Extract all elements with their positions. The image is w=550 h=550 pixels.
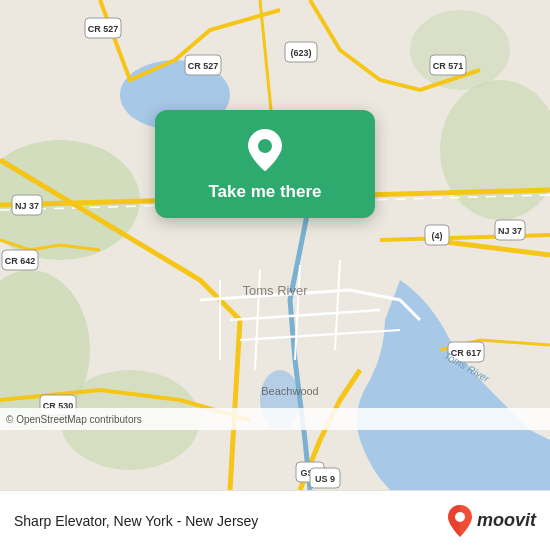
svg-text:(623): (623) (290, 48, 311, 58)
svg-text:NJ 37: NJ 37 (498, 226, 522, 236)
attribution-text: © OpenStreetMap contributors (6, 414, 142, 425)
svg-text:CR 527: CR 527 (188, 61, 219, 71)
bottom-bar: Sharp Elevator, New York - New Jersey mo… (0, 490, 550, 550)
svg-text:Beachwood: Beachwood (261, 385, 319, 397)
svg-text:Toms River: Toms River (242, 283, 308, 298)
svg-text:(4): (4) (432, 231, 443, 241)
svg-text:NJ 37: NJ 37 (15, 201, 39, 211)
svg-point-37 (455, 512, 465, 522)
location-title: Sharp Elevator, New York - New Jersey (14, 513, 258, 529)
location-pin-icon (243, 128, 287, 172)
map-container: CR 527 CR 527 CR 571 NJ 37 NJ 37 (4) (62… (0, 0, 550, 490)
take-me-there-label: Take me there (208, 182, 321, 202)
take-me-there-button[interactable]: Take me there (155, 110, 375, 218)
svg-text:CR 527: CR 527 (88, 24, 119, 34)
svg-text:US 9: US 9 (315, 474, 335, 484)
svg-point-35 (258, 139, 272, 153)
moovit-logo: moovit (447, 504, 536, 538)
moovit-brand-text: moovit (477, 510, 536, 531)
svg-text:CR 642: CR 642 (5, 256, 36, 266)
attribution-bar: © OpenStreetMap contributors (0, 408, 550, 430)
moovit-pin-icon (447, 504, 473, 538)
svg-text:CR 571: CR 571 (433, 61, 464, 71)
